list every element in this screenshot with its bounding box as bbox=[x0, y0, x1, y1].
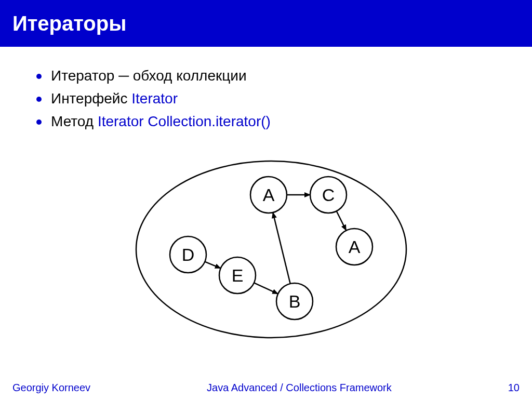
node-label-E: E bbox=[232, 265, 244, 285]
slide-footer: Georgiy Korneev Java Advanced / Collecti… bbox=[0, 382, 532, 394]
node-label-B: B bbox=[289, 291, 301, 311]
title-bar: Итераторы bbox=[0, 0, 532, 47]
footer-page-number: 10 bbox=[508, 382, 520, 394]
page-title: Итераторы bbox=[12, 12, 126, 35]
bullet-item: Метод Iterator Collection.iterator() bbox=[36, 113, 506, 130]
edge-C-A2 bbox=[337, 211, 347, 230]
slide-content: Итератор ─ обход коллекции Интерфейс Ite… bbox=[0, 47, 532, 353]
node-label-A1: A bbox=[263, 185, 275, 205]
bullet-text: Интерфейс bbox=[51, 90, 131, 107]
bullet-list: Итератор ─ обход коллекции Интерфейс Ite… bbox=[36, 68, 506, 130]
edge-E-B bbox=[254, 283, 278, 294]
footer-author: Georgiy Korneev bbox=[12, 382, 90, 394]
bullet-code: Iterator bbox=[131, 90, 178, 107]
edge-B-A1 bbox=[273, 212, 290, 284]
bullet-text: Метод bbox=[51, 113, 98, 129]
node-label-C: C bbox=[322, 185, 335, 205]
node-label-D: D bbox=[182, 245, 195, 264]
node-label-A2: A bbox=[349, 237, 361, 257]
bullet-item: Интерфейс Iterator bbox=[36, 90, 506, 107]
bullet-text: Итератор ─ обход коллекции bbox=[51, 68, 247, 84]
iterator-diagram: ACADEB bbox=[121, 145, 422, 353]
edge-D-E bbox=[205, 262, 220, 269]
bullet-code: Iterator Collection.iterator() bbox=[98, 113, 271, 129]
footer-course: Java Advanced / Collections Framework bbox=[90, 382, 508, 394]
bullet-item: Итератор ─ обход коллекции bbox=[36, 68, 506, 84]
diagram-container: ACADEB bbox=[36, 145, 506, 353]
